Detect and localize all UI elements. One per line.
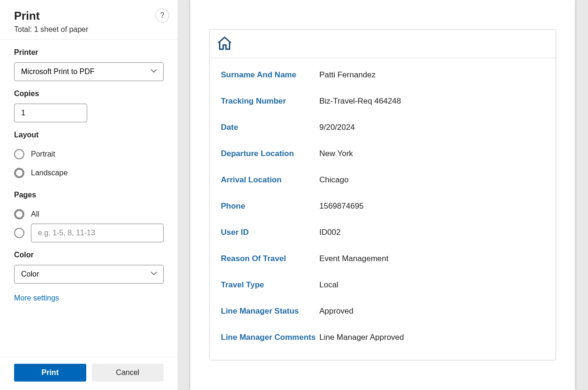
copies-input[interactable] bbox=[14, 104, 87, 122]
field-label: Phone bbox=[221, 202, 319, 211]
layout-portrait-option[interactable]: Portrait bbox=[14, 145, 164, 164]
panel-footer: Print Cancel bbox=[0, 357, 178, 390]
color-value: Color bbox=[21, 270, 39, 278]
help-button[interactable]: ? bbox=[155, 8, 169, 22]
panel-title: Print bbox=[14, 9, 164, 22]
layout-label: Layout bbox=[14, 131, 164, 139]
field-label: Arrival Location bbox=[221, 175, 319, 185]
field-row: Line Manager StatusApproved bbox=[221, 298, 544, 324]
field-value: Line Manager Approved bbox=[319, 333, 404, 342]
field-label: Travel Type bbox=[221, 280, 319, 290]
document-card-header bbox=[210, 30, 556, 58]
radio-icon bbox=[14, 228, 24, 238]
field-label: User ID bbox=[221, 228, 319, 237]
field-label: Reason Of Travel bbox=[221, 254, 319, 263]
field-label: Date bbox=[221, 123, 319, 132]
field-value: 9/20/2024 bbox=[319, 123, 355, 132]
pages-all-label: All bbox=[31, 210, 39, 218]
field-row: Line Manager CommentsLine Manager Approv… bbox=[221, 324, 544, 351]
field-value: Chicago bbox=[319, 175, 348, 185]
field-row: User IDID002 bbox=[221, 219, 544, 246]
pages-custom-option[interactable] bbox=[14, 224, 164, 242]
field-value: Local bbox=[319, 280, 339, 290]
pages-all-option[interactable]: All bbox=[14, 205, 164, 224]
field-label: Departure Location bbox=[221, 149, 319, 158]
field-value: Event Management bbox=[319, 254, 388, 263]
field-row: Date9/20/2024 bbox=[221, 114, 544, 141]
printer-select[interactable]: Microsoft Print to PDF bbox=[14, 62, 164, 81]
panel-header: Print Total: 1 sheet of paper bbox=[0, 0, 178, 39]
layout-portrait-label: Portrait bbox=[31, 150, 55, 158]
field-value: Biz-Travel-Req 464248 bbox=[319, 97, 401, 106]
radio-icon bbox=[14, 168, 24, 178]
document-card: Surname And NamePatti FernandezTracking … bbox=[209, 29, 556, 360]
chevron-down-icon bbox=[150, 270, 158, 279]
cancel-button[interactable]: Cancel bbox=[92, 364, 164, 382]
print-button[interactable]: Print bbox=[14, 364, 86, 382]
radio-icon bbox=[14, 209, 24, 219]
copies-label: Copies bbox=[14, 90, 164, 98]
field-row: Phone1569874695 bbox=[221, 193, 544, 219]
radio-icon bbox=[14, 149, 24, 159]
color-select[interactable]: Color bbox=[14, 265, 164, 284]
field-row: Arrival LocationChicago bbox=[221, 167, 544, 193]
document-card-body: Surname And NamePatti FernandezTracking … bbox=[210, 58, 556, 360]
panel-body: Printer Microsoft Print to PDF Copies La… bbox=[0, 39, 178, 357]
color-label: Color bbox=[14, 251, 164, 259]
field-row: Tracking NumberBiz-Travel-Req 464248 bbox=[221, 88, 544, 114]
field-value: 1569874695 bbox=[319, 202, 364, 211]
field-value: ID002 bbox=[319, 228, 340, 237]
printer-label: Printer bbox=[14, 48, 164, 57]
print-preview-area: Surname And NamePatti FernandezTracking … bbox=[178, 0, 588, 390]
field-row: Reason Of TravelEvent Management bbox=[221, 246, 544, 272]
field-label: Line Manager Status bbox=[221, 307, 319, 316]
field-row: Departure LocationNew York bbox=[221, 141, 544, 167]
more-settings-link[interactable]: More settings bbox=[14, 294, 59, 302]
chevron-down-icon bbox=[150, 67, 158, 76]
printer-value: Microsoft Print to PDF bbox=[21, 68, 94, 76]
pages-label: Pages bbox=[14, 191, 164, 199]
field-label: Surname And Name bbox=[221, 70, 319, 80]
preview-page: Surname And NamePatti FernandezTracking … bbox=[190, 0, 575, 390]
home-icon bbox=[216, 45, 233, 53]
field-value: New York bbox=[319, 149, 353, 158]
pages-range-input[interactable] bbox=[31, 224, 164, 242]
field-label: Line Manager Comments bbox=[221, 333, 319, 342]
print-panel: ? Print Total: 1 sheet of paper Printer … bbox=[0, 0, 178, 390]
layout-landscape-option[interactable]: Landscape bbox=[14, 164, 164, 182]
field-row: Travel TypeLocal bbox=[221, 272, 544, 298]
field-row: Surname And NamePatti Fernandez bbox=[221, 62, 544, 88]
layout-landscape-label: Landscape bbox=[31, 169, 68, 177]
panel-subtitle: Total: 1 sheet of paper bbox=[14, 25, 164, 34]
field-value: Patti Fernandez bbox=[319, 70, 376, 80]
field-label: Tracking Number bbox=[221, 97, 319, 106]
field-value: Approved bbox=[319, 307, 354, 316]
